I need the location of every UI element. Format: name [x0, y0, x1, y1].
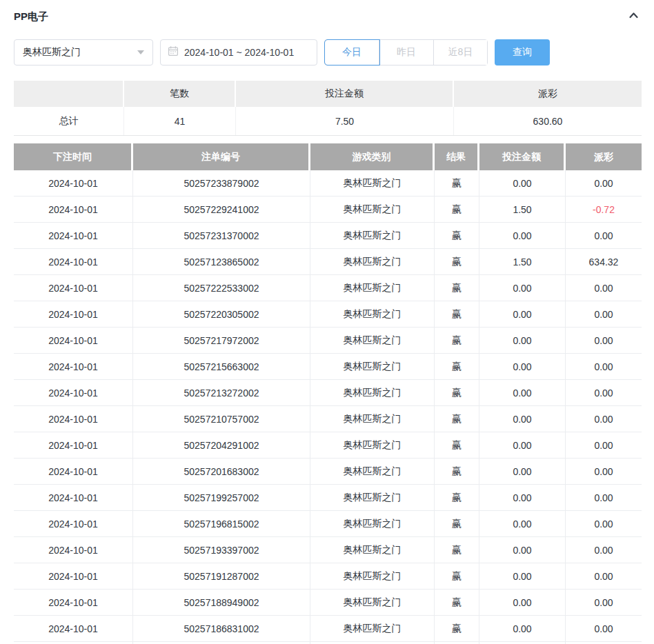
filter-bar: 奥林匹斯之门 2024-10-01 ~ 2024-10-01 今日昨日近8日 查… [14, 39, 642, 66]
result-cell: 赢 [435, 537, 479, 563]
result-cell: 赢 [435, 406, 479, 432]
bet-time-cell: 2024-10-01 [14, 590, 133, 615]
bet-id-cell: 50257188949002 [133, 590, 310, 615]
game-select-value: 奥林匹斯之门 [23, 46, 81, 59]
result-cell: 赢 [435, 328, 479, 353]
bet-id-cell: 50257186831002 [133, 616, 310, 641]
bet-id-cell: 50257220305002 [133, 301, 310, 327]
chevron-up-icon [627, 10, 640, 23]
bet-amount-cell: 0.00 [479, 170, 566, 196]
bet-id-cell: 50257233879002 [133, 170, 310, 196]
result-cell: 赢 [435, 432, 479, 458]
query-button[interactable]: 查询 [495, 39, 550, 66]
bet-amount-cell: 0.00 [479, 485, 566, 510]
bet-amount-cell: 0.00 [479, 328, 566, 353]
table-row: 2024-10-0150257222533002奥林匹斯之门赢0.000.00 [14, 275, 642, 301]
bet-amount-cell: 0.00 [479, 301, 566, 327]
date-range-value: 2024-10-01 ~ 2024-10-01 [184, 47, 294, 58]
bet-amount-cell: 0.00 [479, 406, 566, 432]
bet-id-cell: 50257210757002 [133, 406, 310, 432]
table-row: 2024-10-0150257215663002奥林匹斯之门赢0.000.00 [14, 354, 642, 380]
quick-range-button[interactable]: 近8日 [434, 40, 487, 65]
table-row: 2024-10-0150257186831002奥林匹斯之门赢0.000.00 [14, 616, 642, 642]
bet-id-cell: 50257213272002 [133, 380, 310, 405]
calendar-icon [168, 46, 179, 59]
bet-time-cell: 2024-10-01 [14, 275, 133, 301]
bet-id-cell: 50257196815002 [133, 511, 310, 536]
collapse-button[interactable] [625, 10, 642, 23]
result-cell: 赢 [435, 223, 479, 248]
bet-amount-cell: 0.00 [479, 354, 566, 379]
bet-amount-cell: 0.00 [479, 275, 566, 301]
bet-amount-cell: 0.00 [479, 432, 566, 458]
date-range-input[interactable]: 2024-10-01 ~ 2024-10-01 [160, 39, 317, 66]
quick-range-button[interactable]: 昨日 [379, 40, 434, 65]
bet-time-cell: 2024-10-01 [14, 301, 133, 327]
bet-time-cell: 2024-10-01 [14, 197, 133, 222]
bet-time-cell: 2024-10-01 [14, 223, 133, 248]
payout-cell: 0.00 [566, 485, 642, 510]
payout-cell: 0.00 [566, 432, 642, 458]
game-select[interactable]: 奥林匹斯之门 [14, 39, 153, 66]
result-cell: 赢 [435, 301, 479, 327]
bet-time-cell: 2024-10-01 [14, 380, 133, 405]
table-col-header: 投注金额 [479, 143, 566, 170]
bet-id-cell: 50257204291002 [133, 432, 310, 458]
payout-cell: 0.00 [566, 223, 642, 248]
table-row: 2024-10-0150257123865002奥林匹斯之门赢1.50634.3… [14, 249, 642, 275]
game-category-cell: 奥林匹斯之门 [310, 301, 435, 327]
bet-amount-cell: 1.50 [479, 249, 566, 274]
game-category-cell: 奥林匹斯之门 [310, 328, 435, 353]
table-row: 2024-10-0150257231370002奥林匹斯之门赢0.000.00 [14, 223, 642, 249]
table-col-header: 结果 [435, 143, 479, 170]
summary-col-header [14, 81, 124, 107]
payout-cell: 0.00 [566, 354, 642, 379]
table-row: 2024-10-0150257217972002奥林匹斯之门赢0.000.00 [14, 328, 642, 354]
table-col-header: 游戏类别 [310, 143, 435, 170]
payout-cell: 0.00 [566, 537, 642, 563]
result-cell: 赢 [435, 459, 479, 484]
quick-range-button[interactable]: 今日 [325, 40, 379, 65]
summary-col-header: 笔数 [124, 81, 236, 107]
payout-cell: 0.00 [566, 406, 642, 432]
panel-header: PP电子 [14, 10, 642, 23]
bet-id-cell: 50257231370002 [133, 223, 310, 248]
game-category-cell: 奥林匹斯之门 [310, 511, 435, 536]
payout-cell: 0.00 [566, 459, 642, 484]
bet-id-cell: 50257217972002 [133, 328, 310, 353]
result-cell: 赢 [435, 485, 479, 510]
bet-table-body: 2024-10-0150257233879002奥林匹斯之门赢0.000.002… [14, 170, 642, 642]
game-category-cell: 奥林匹斯之门 [310, 432, 435, 458]
result-cell: 赢 [435, 275, 479, 301]
summary-total-cell: 总计 [14, 107, 124, 135]
bet-amount-cell: 1.50 [479, 197, 566, 222]
chevron-down-icon [137, 50, 144, 54]
result-cell: 赢 [435, 249, 479, 274]
table-row: 2024-10-0150257210757002奥林匹斯之门赢0.000.00 [14, 406, 642, 432]
bet-id-cell: 50257193397002 [133, 537, 310, 563]
summary-total-cell: 630.60 [454, 107, 642, 135]
bet-time-cell: 2024-10-01 [14, 432, 133, 458]
bet-table-header: 下注时间注单编号游戏类别结果投注金额派彩 [14, 143, 642, 170]
bet-id-cell: 50257123865002 [133, 249, 310, 274]
payout-cell: 0.00 [566, 590, 642, 615]
summary-table: 笔数投注金额派彩 总计417.50630.60 [14, 81, 642, 136]
result-cell: 赢 [435, 354, 479, 379]
payout-cell: 0.00 [566, 170, 642, 196]
payout-cell: 0.00 [566, 275, 642, 301]
game-category-cell: 奥林匹斯之门 [310, 380, 435, 405]
result-cell: 赢 [435, 590, 479, 615]
bet-amount-cell: 0.00 [479, 459, 566, 484]
table-row: 2024-10-0150257193397002奥林匹斯之门赢0.000.00 [14, 537, 642, 563]
game-category-cell: 奥林匹斯之门 [310, 563, 435, 589]
game-category-cell: 奥林匹斯之门 [310, 537, 435, 563]
bet-time-cell: 2024-10-01 [14, 249, 133, 274]
quick-range-group: 今日昨日近8日 [324, 39, 488, 66]
bet-amount-cell: 0.00 [479, 380, 566, 405]
table-row: 2024-10-0150257201683002奥林匹斯之门赢0.000.00 [14, 459, 642, 485]
table-row: 2024-10-0150257213272002奥林匹斯之门赢0.000.00 [14, 380, 642, 406]
result-cell: 赢 [435, 380, 479, 405]
bet-id-cell: 50257222533002 [133, 275, 310, 301]
game-category-cell: 奥林匹斯之门 [310, 223, 435, 248]
result-cell: 赢 [435, 616, 479, 641]
